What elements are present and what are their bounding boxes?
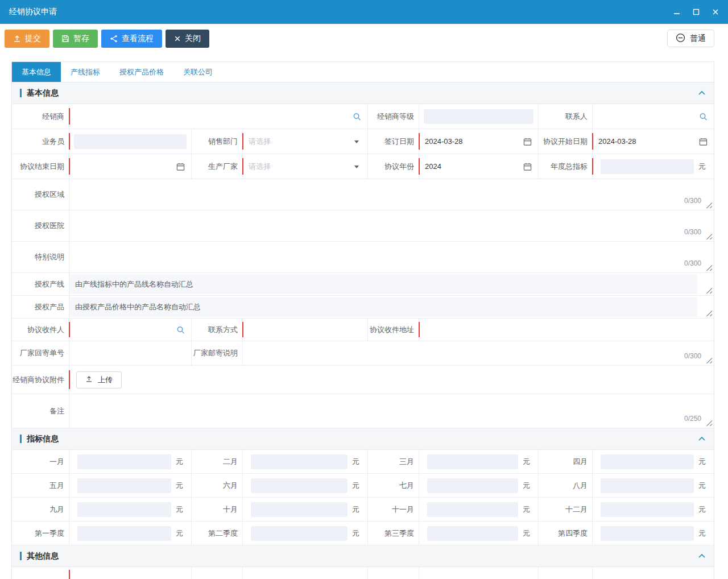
metric-field[interactable]: 元 bbox=[242, 522, 367, 545]
manufacturer-select[interactable]: 请选择 bbox=[242, 154, 367, 179]
metric-input[interactable] bbox=[251, 502, 348, 517]
metric-input[interactable] bbox=[251, 526, 348, 541]
tab-basic-info[interactable]: 基本信息 bbox=[12, 62, 61, 82]
search-icon[interactable] bbox=[176, 325, 185, 334]
end-date-field[interactable] bbox=[69, 154, 191, 179]
unit-label: 元 bbox=[176, 528, 183, 539]
minus-circle-icon bbox=[676, 33, 685, 44]
priority-badge[interactable]: 普通 bbox=[667, 30, 714, 47]
metric-field[interactable]: 元 bbox=[419, 474, 538, 497]
metric-field[interactable]: 元 bbox=[419, 522, 538, 545]
upload-icon bbox=[13, 35, 21, 43]
agreement-attachment-label: 经销商协议附件 bbox=[12, 366, 69, 394]
metric-input[interactable] bbox=[77, 526, 171, 541]
view-process-button[interactable]: 查看流程 bbox=[101, 30, 162, 48]
form-row: 授权区域 0/300 bbox=[12, 179, 714, 210]
salesman-input[interactable] bbox=[74, 134, 187, 149]
contact-search-field[interactable] bbox=[592, 104, 714, 129]
chevron-up-icon[interactable] bbox=[698, 436, 706, 441]
search-icon[interactable] bbox=[353, 112, 361, 121]
form-row: 协议结束日期 生产厂家 请选择 协议年份 2024 年度总指标 元 bbox=[12, 154, 714, 179]
clipped-field[interactable] bbox=[419, 567, 538, 579]
metric-field[interactable]: 元 bbox=[419, 450, 538, 473]
clipped-field[interactable] bbox=[69, 567, 191, 579]
sales-dept-select[interactable]: 请选择 bbox=[242, 129, 367, 154]
resize-handle-icon[interactable] bbox=[706, 310, 712, 316]
clipped-field[interactable] bbox=[242, 567, 367, 579]
tab-authorized-product-price[interactable]: 授权产品价格 bbox=[110, 62, 173, 82]
caret-down-icon[interactable] bbox=[354, 140, 359, 143]
resize-handle-icon[interactable] bbox=[706, 202, 712, 208]
metric-input[interactable] bbox=[77, 454, 171, 469]
calendar-icon[interactable] bbox=[699, 137, 708, 146]
metric-input[interactable] bbox=[77, 478, 171, 493]
metric-input[interactable] bbox=[251, 478, 348, 493]
resize-handle-icon[interactable] bbox=[706, 287, 712, 293]
clipped-field[interactable] bbox=[592, 567, 714, 579]
metric-field[interactable]: 元 bbox=[242, 474, 367, 497]
agreement-attachment-field: 上传 bbox=[69, 366, 714, 394]
metric-input[interactable] bbox=[601, 478, 694, 493]
agreement-year-field[interactable]: 2024 bbox=[419, 154, 538, 179]
metric-field[interactable]: 元 bbox=[592, 474, 714, 497]
metric-field[interactable]: 元 bbox=[592, 522, 714, 545]
metric-field[interactable]: 元 bbox=[69, 450, 191, 473]
chevron-up-icon[interactable] bbox=[698, 90, 706, 96]
calendar-icon[interactable] bbox=[523, 137, 532, 146]
search-icon[interactable] bbox=[699, 112, 708, 121]
auth-hospital-textarea[interactable]: 0/300 bbox=[69, 210, 714, 241]
remark-textarea[interactable]: 0/250 bbox=[69, 394, 714, 428]
resize-handle-icon[interactable] bbox=[706, 357, 712, 363]
return-tracking-field[interactable] bbox=[69, 341, 191, 365]
view-process-label: 查看流程 bbox=[122, 34, 154, 44]
contact-way-field[interactable] bbox=[242, 319, 367, 341]
metric-field[interactable]: 元 bbox=[242, 450, 367, 473]
metric-field[interactable]: 元 bbox=[69, 474, 191, 497]
mailing-note-textarea[interactable]: 0/300 bbox=[242, 341, 714, 365]
upload-button[interactable]: 上传 bbox=[76, 371, 122, 388]
metric-input[interactable] bbox=[601, 526, 694, 541]
save-draft-button[interactable]: 暂存 bbox=[53, 30, 98, 48]
caret-down-icon[interactable] bbox=[354, 166, 359, 168]
recipient-address-field[interactable] bbox=[419, 319, 714, 341]
close-window-button[interactable] bbox=[712, 9, 719, 15]
close-form-button[interactable]: 关闭 bbox=[166, 30, 209, 48]
submit-button[interactable]: 提交 bbox=[5, 30, 49, 48]
dealer-search-field[interactable] bbox=[69, 104, 367, 129]
tab-product-line-metrics[interactable]: 产线指标 bbox=[61, 62, 110, 82]
metric-field[interactable]: 元 bbox=[419, 498, 538, 521]
resize-handle-icon[interactable] bbox=[706, 233, 712, 239]
dealer-level-input[interactable] bbox=[424, 109, 533, 124]
metric-input[interactable] bbox=[427, 526, 518, 541]
resize-handle-icon[interactable] bbox=[706, 264, 712, 271]
metric-field[interactable]: 元 bbox=[592, 498, 714, 521]
metric-field[interactable]: 元 bbox=[592, 450, 714, 473]
metric-input[interactable] bbox=[251, 454, 348, 469]
auth-region-textarea[interactable]: 0/300 bbox=[69, 179, 714, 210]
start-date-field[interactable]: 2024-03-28 bbox=[592, 129, 714, 154]
tab-related-company[interactable]: 关联公司 bbox=[173, 62, 222, 82]
calendar-icon[interactable] bbox=[523, 162, 532, 171]
metric-input[interactable] bbox=[427, 502, 518, 517]
sign-date-field[interactable]: 2024-03-28 bbox=[419, 129, 538, 154]
salesman-field[interactable] bbox=[69, 129, 191, 154]
metric-input[interactable] bbox=[427, 478, 518, 493]
minimize-button[interactable] bbox=[673, 9, 680, 15]
metric-input[interactable] bbox=[77, 502, 171, 517]
maximize-button[interactable] bbox=[693, 9, 700, 15]
auth-product-value: 由授权产品价格中的产品名称自动汇总 bbox=[69, 297, 697, 317]
metric-input[interactable] bbox=[601, 454, 694, 469]
calendar-icon[interactable] bbox=[176, 162, 185, 171]
dealer-level-field[interactable] bbox=[419, 104, 538, 129]
metric-input[interactable] bbox=[601, 502, 694, 517]
resize-handle-icon[interactable] bbox=[706, 420, 712, 426]
annual-target-field[interactable]: 元 bbox=[592, 154, 714, 179]
recipient-search-field[interactable] bbox=[69, 319, 191, 341]
metric-input[interactable] bbox=[427, 454, 518, 469]
annual-target-input[interactable] bbox=[601, 159, 694, 174]
metric-field[interactable]: 元 bbox=[69, 498, 191, 521]
metric-field[interactable]: 元 bbox=[69, 522, 191, 545]
chevron-up-icon[interactable] bbox=[698, 553, 706, 559]
special-note-textarea[interactable]: 0/300 bbox=[69, 242, 714, 272]
metric-field[interactable]: 元 bbox=[242, 498, 367, 521]
